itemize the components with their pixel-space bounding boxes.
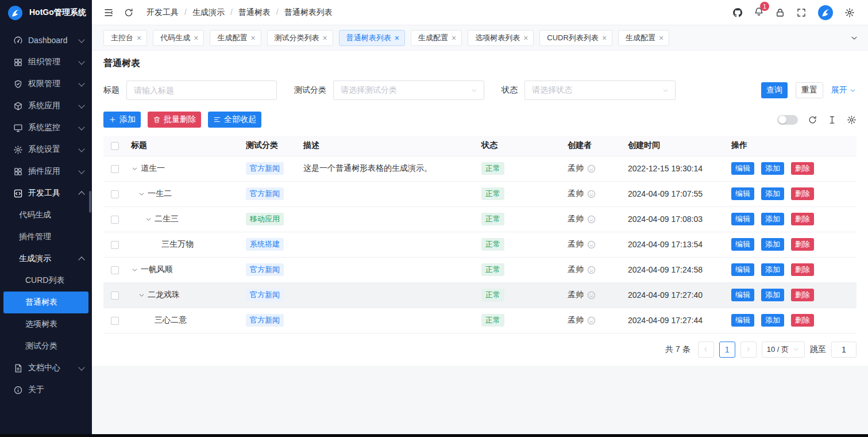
sidebar-item[interactable]: 普通树表 (3, 292, 88, 313)
expand-row-icon[interactable] (145, 216, 152, 223)
row-delete-button[interactable]: 删除 (791, 187, 814, 200)
page-number-button[interactable]: 1 (719, 342, 735, 358)
tab-close-icon[interactable]: × (250, 34, 255, 42)
tab-close-icon[interactable]: × (602, 34, 607, 42)
tab-close-icon[interactable]: × (323, 34, 327, 42)
filter-select[interactable]: 请选择状态 (524, 80, 676, 100)
filter-input[interactable] (126, 80, 277, 100)
row-checkbox[interactable] (111, 292, 119, 300)
tab-close-icon[interactable]: × (137, 34, 141, 42)
collapse-sidebar-icon[interactable] (103, 7, 114, 18)
fullscreen-icon[interactable] (796, 7, 807, 18)
breadcrumb-item[interactable]: 开发工具 (146, 7, 192, 18)
row-add-button[interactable]: 添加 (761, 289, 784, 301)
row-add-button[interactable]: 添加 (761, 263, 784, 276)
sidebar-scrollbar[interactable] (89, 191, 91, 213)
tab-close-icon[interactable]: × (452, 34, 456, 42)
expand-row-icon[interactable] (131, 165, 138, 172)
app-logo[interactable]: HotGo管理系统 (0, 0, 92, 25)
reset-button[interactable]: 重置 (796, 82, 823, 98)
tabs-dropdown-icon[interactable] (850, 33, 859, 43)
row-edit-button[interactable]: 编辑 (731, 187, 754, 200)
lock-screen-icon[interactable] (775, 7, 785, 18)
table-striped-toggle[interactable] (777, 115, 798, 125)
expand-row-icon[interactable] (138, 292, 145, 299)
sidebar-item[interactable]: 系统应用 (0, 95, 92, 117)
tab[interactable]: 测试分类列表 × (267, 30, 333, 46)
select-all-checkbox[interactable] (111, 142, 119, 150)
refresh-page-icon[interactable] (124, 7, 134, 18)
row-delete-button[interactable]: 删除 (791, 289, 814, 301)
row-edit-button[interactable]: 编辑 (731, 238, 754, 251)
github-icon[interactable] (732, 7, 743, 18)
breadcrumb-item[interactable]: 生成演示 (192, 7, 238, 18)
tab-close-icon[interactable]: × (523, 34, 528, 42)
row-add-button[interactable]: 添加 (761, 213, 784, 225)
sidebar-item[interactable]: 插件应用 (0, 160, 92, 182)
add-button[interactable]: 添加 (103, 112, 141, 128)
table-columns-settings-icon[interactable] (847, 115, 857, 125)
row-delete-button[interactable]: 删除 (791, 213, 814, 225)
sidebar-item[interactable]: 文档中心 (0, 357, 92, 379)
sidebar-item[interactable]: 生成演示 (0, 248, 92, 270)
row-checkbox[interactable] (111, 165, 119, 173)
sidebar-item[interactable]: CURD列表 (0, 270, 92, 292)
expand-row-icon[interactable] (138, 190, 145, 198)
row-add-button[interactable]: 添加 (761, 187, 784, 200)
filter-select[interactable]: 请选择测试分类 (333, 80, 484, 100)
row-delete-button[interactable]: 删除 (791, 162, 814, 175)
tab[interactable]: 代码生成 × (153, 30, 204, 46)
tab[interactable]: 生成配置 × (210, 30, 261, 46)
sidebar-item[interactable]: 系统设置 (0, 139, 92, 160)
row-delete-button[interactable]: 删除 (791, 314, 814, 327)
row-checkbox[interactable] (111, 266, 119, 274)
sidebar-item[interactable]: Dashboard (0, 29, 92, 51)
notification-button[interactable]: 1 (754, 6, 764, 18)
expand-row-icon[interactable] (131, 266, 138, 274)
sidebar-item[interactable]: 代码生成 (0, 204, 92, 226)
batch-delete-button[interactable]: 批量删除 (148, 112, 201, 128)
tab-close-icon[interactable]: × (395, 34, 399, 42)
sidebar-item[interactable]: 插件管理 (0, 226, 92, 248)
row-checkbox[interactable] (111, 190, 119, 198)
user-avatar[interactable] (817, 5, 834, 21)
table-density-icon[interactable] (827, 115, 837, 125)
tab[interactable]: 生成配置 × (411, 30, 462, 46)
page-size-select[interactable]: 10 / 页 (762, 342, 805, 358)
collapse-all-button[interactable]: 全部收起 (208, 112, 261, 128)
tab-close-icon[interactable]: × (659, 34, 663, 42)
tab[interactable]: CUDR列表列表 × (539, 30, 612, 46)
tab[interactable]: 生成配置 × (618, 30, 669, 46)
row-edit-button[interactable]: 编辑 (731, 314, 754, 327)
row-edit-button[interactable]: 编辑 (731, 263, 754, 276)
row-edit-button[interactable]: 编辑 (731, 213, 754, 225)
sidebar-item[interactable]: 测试分类 (0, 335, 92, 357)
settings-gear-icon[interactable] (844, 7, 855, 18)
sidebar-item[interactable]: 权限管理 (0, 73, 92, 95)
row-checkbox[interactable] (111, 317, 119, 325)
row-checkbox[interactable] (111, 216, 119, 224)
search-button[interactable]: 查询 (761, 82, 788, 98)
prev-page-button[interactable] (698, 342, 714, 358)
row-edit-button[interactable]: 编辑 (731, 162, 754, 175)
tab[interactable]: 普通树表列表 × (339, 30, 405, 46)
row-delete-button[interactable]: 删除 (791, 238, 814, 251)
jump-page-input[interactable] (831, 342, 857, 358)
next-page-button[interactable] (740, 342, 757, 358)
sidebar-item[interactable]: 系统监控 (0, 117, 92, 139)
tab[interactable]: 选项树表列表 × (468, 30, 534, 46)
row-checkbox[interactable] (111, 241, 119, 249)
row-add-button[interactable]: 添加 (761, 238, 784, 251)
sidebar-item[interactable]: 关于 (0, 379, 92, 401)
table-refresh-icon[interactable] (808, 115, 817, 125)
breadcrumb-item[interactable]: 普通树表列表 (284, 7, 333, 18)
row-edit-button[interactable]: 编辑 (731, 289, 754, 301)
row-delete-button[interactable]: 删除 (791, 263, 814, 276)
sidebar-item[interactable]: 开发工具 (0, 182, 92, 204)
sidebar-item[interactable]: 选项树表 (0, 313, 92, 335)
breadcrumb-item[interactable]: 普通树表 (238, 7, 284, 18)
tab-close-icon[interactable]: × (194, 34, 198, 42)
sidebar-item[interactable]: 组织管理 (0, 51, 92, 73)
row-add-button[interactable]: 添加 (761, 162, 784, 175)
row-add-button[interactable]: 添加 (761, 314, 784, 327)
